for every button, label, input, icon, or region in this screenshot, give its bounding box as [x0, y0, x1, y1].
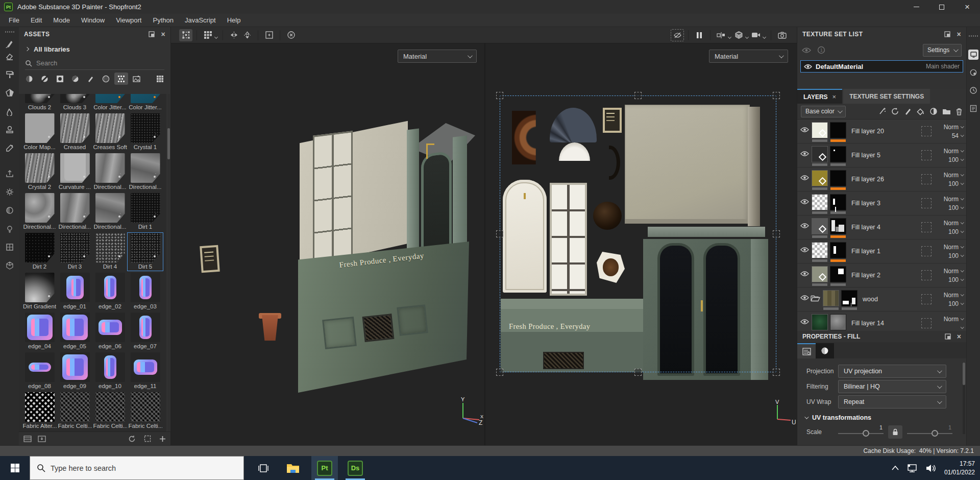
delete-layer-icon[interactable] [955, 108, 963, 115]
layer-content-thumbnail[interactable] [812, 146, 828, 162]
asset-thumbnail[interactable] [25, 392, 55, 422]
file-explorer-button[interactable] [281, 456, 305, 480]
scale-lock-button[interactable] [888, 425, 902, 439]
asset-thumbnail[interactable] [25, 313, 55, 342]
asset-thumbnail[interactable] [25, 233, 55, 262]
asset-cell[interactable]: Creases Soft [92, 113, 128, 151]
solo-visibility-icon[interactable]: 1 [817, 46, 825, 54]
taskbar-search[interactable] [30, 456, 244, 480]
asset-cell[interactable]: edge_06 [92, 313, 128, 350]
asset-thumbnail[interactable] [25, 273, 55, 302]
asset-cell[interactable]: Color Map... [22, 113, 57, 151]
blend-mode-dropdown[interactable]: Norm [932, 219, 963, 227]
menu-item-help[interactable]: Help [222, 14, 247, 27]
lighting-icon[interactable] [4, 223, 16, 235]
asset-cell[interactable]: Dirt 1 [128, 193, 163, 231]
tiling-mode-icon[interactable] [201, 29, 214, 41]
mirror-vertical-icon[interactable] [240, 29, 254, 41]
taskbar-substance-designer[interactable]: Ds [342, 456, 369, 480]
layer-visibility-eye-icon[interactable] [800, 127, 811, 133]
menu-item-viewport[interactable]: Viewport [110, 14, 147, 27]
asset-cell[interactable]: Dirt 2 [22, 233, 57, 271]
asset-cell[interactable]: edge_09 [57, 352, 92, 390]
camera-dropdown-caret[interactable] [763, 35, 766, 39]
shelf-list-view-icon[interactable] [23, 436, 32, 442]
materials-filter-icon[interactable] [22, 73, 36, 85]
layer-visibility-eye-icon[interactable] [800, 295, 811, 301]
blend-mode-dropdown[interactable]: Norm [932, 291, 963, 299]
asset-thumbnail[interactable] [95, 113, 125, 143]
menu-item-file[interactable]: File [3, 14, 25, 27]
blend-mode-dropdown[interactable]: Norm [932, 171, 963, 179]
smart-masks-filter-icon[interactable] [53, 73, 67, 85]
asset-thumbnail[interactable] [60, 313, 90, 342]
layer-anchor-slot[interactable] [921, 126, 932, 136]
camera-projection-icon[interactable] [749, 29, 763, 41]
log-icon[interactable] [968, 103, 978, 113]
opacity-dropdown[interactable]: 100 [932, 275, 963, 284]
blend-mode-dropdown[interactable]: Norm [932, 243, 963, 251]
layer-content-thumbnail[interactable] [812, 242, 828, 258]
opacity-dropdown[interactable]: 100 [932, 227, 963, 236]
asset-thumbnail[interactable] [25, 113, 55, 143]
tiling-dropdown-caret[interactable] [214, 35, 218, 39]
paint-brush-tool-icon[interactable] [4, 38, 16, 50]
frame-thumbnails-icon[interactable] [144, 435, 151, 442]
add-smart-mask-icon[interactable] [929, 107, 938, 115]
layer-mask-thumbnail[interactable] [830, 146, 846, 162]
menu-item-window[interactable]: Window [76, 14, 110, 27]
texture-set-settings-dropdown[interactable]: Settings [923, 44, 962, 57]
layer-content-thumbnail[interactable] [812, 170, 828, 186]
layer-anchor-slot[interactable] [921, 222, 932, 232]
layer-anchor-slot[interactable] [921, 150, 932, 160]
asset-thumbnail[interactable] [95, 273, 125, 302]
blend-mode-dropdown[interactable]: Norm [932, 267, 963, 275]
asset-cell[interactable]: Dirt Gradient [22, 273, 57, 310]
layer-visibility-eye-icon[interactable] [800, 247, 811, 253]
library-selector[interactable]: All libraries [19, 41, 170, 57]
texture-set-row[interactable]: DefaultMaterial Main shader [800, 60, 963, 73]
asset-thumbnail[interactable] [95, 392, 125, 422]
eye-icon[interactable] [804, 64, 812, 69]
asset-cell[interactable]: edge_10 [92, 352, 128, 390]
layer-visibility-eye-icon[interactable] [800, 319, 811, 325]
clone-stamp-tool-icon[interactable] [4, 124, 16, 136]
blend-mode-dropdown[interactable]: Norm [932, 195, 963, 203]
asset-thumbnail[interactable] [25, 94, 55, 103]
tab-fill-parameters[interactable] [797, 343, 816, 358]
toggle-all-visibility-icon[interactable] [802, 47, 811, 54]
asset-cell[interactable]: Crystal 2 [22, 153, 57, 191]
add-fill-layer-icon[interactable] [917, 107, 925, 115]
asset-thumbnail[interactable] [131, 313, 160, 342]
asset-cell[interactable]: Fabric Celti... [128, 392, 163, 430]
task-view-button[interactable] [251, 456, 276, 480]
refresh-shelf-icon[interactable] [128, 435, 136, 443]
tray-clock[interactable]: 17:57 01/01/2022 [944, 460, 975, 476]
filters-filter-icon[interactable] [68, 73, 82, 85]
layer-visibility-eye-icon[interactable] [800, 199, 811, 205]
shading-mode-dropdown-3d[interactable]: Material [398, 50, 477, 63]
asset-thumbnail[interactable] [95, 153, 125, 183]
asset-thumbnail[interactable] [95, 352, 125, 382]
scale-x-slider[interactable]: 1 [838, 426, 884, 438]
asset-thumbnail[interactable] [60, 113, 90, 143]
selection-handle-mid-right[interactable] [773, 230, 780, 237]
asset-thumbnail[interactable] [60, 193, 90, 223]
shader-settings-icon[interactable] [968, 67, 978, 78]
search-input[interactable] [36, 59, 164, 67]
selection-handle-top-left[interactable] [496, 92, 503, 99]
material-picker-tool-icon[interactable] [4, 142, 16, 154]
asset-thumbnail[interactable] [131, 153, 160, 183]
asset-cell[interactable]: Directional... [92, 193, 128, 231]
asset-thumbnail[interactable] [95, 313, 125, 342]
layer-visibility-eye-icon[interactable] [800, 271, 811, 277]
asset-thumbnail[interactable] [60, 153, 90, 183]
asset-cell[interactable]: Dirt 3 [57, 233, 92, 271]
layer-mask-thumbnail[interactable] [830, 314, 846, 330]
close-button[interactable]: × [954, 0, 980, 14]
close-tab-icon[interactable]: × [832, 93, 837, 101]
shading-mode-dropdown-2d[interactable]: Material [709, 50, 788, 63]
asset-thumbnail[interactable] [60, 94, 90, 103]
pause-engine-icon[interactable] [693, 29, 706, 41]
screenshot-camera-icon[interactable] [775, 29, 789, 41]
